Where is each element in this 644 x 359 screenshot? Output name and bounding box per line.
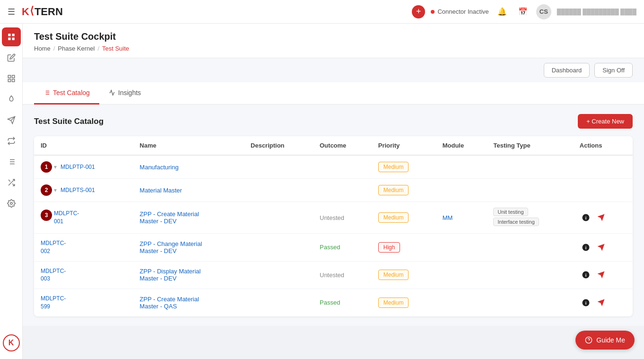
breadcrumb-home[interactable]: Home <box>34 45 51 52</box>
connector-status: Connector Inactive <box>431 8 488 15</box>
outcome-value: Passed <box>320 299 340 306</box>
tab-insights[interactable]: Insights <box>99 82 150 105</box>
row-priority-cell: Medium <box>372 179 436 202</box>
name-link[interactable]: Manufacturing <box>139 164 178 171</box>
row-outcome-cell: Passed <box>313 289 372 316</box>
name-link[interactable]: ZPP - Change MaterialMaster - DEV <box>139 240 202 254</box>
main-content: Test Suite Cockpit Home / Phase Kernel /… <box>23 24 644 326</box>
navbar-right: + Connector Inactive 🔔 📅 CS ██████ █████… <box>412 4 636 19</box>
row-actions-cell: i <box>573 234 633 262</box>
connector-label: Connector Inactive <box>437 8 488 15</box>
row-desc-cell <box>244 234 313 262</box>
avatar[interactable]: CS <box>536 4 551 19</box>
row-name-cell: ZPP - Display MaterialMaster - DEV <box>133 261 244 289</box>
row-desc-cell <box>244 289 313 316</box>
outcome-value: Untested <box>320 214 344 221</box>
row-actions-cell: i <box>573 289 633 316</box>
catalog-title: Test Suite Catalog <box>34 117 104 126</box>
priority-badge: Medium <box>378 212 409 223</box>
svg-rect-1 <box>12 34 14 36</box>
sidebar-item-active[interactable] <box>2 27 21 46</box>
col-outcome: Outcome <box>313 136 372 155</box>
row-desc-cell <box>244 155 313 179</box>
send-icon-button[interactable] <box>595 211 607 224</box>
row-id-cell: MDLPTC-003 <box>34 261 133 289</box>
breadcrumb-phase-kernel[interactable]: Phase Kernel <box>58 45 95 52</box>
row-module-cell <box>436 155 487 179</box>
chevron-icon[interactable]: ▾ <box>54 187 57 193</box>
row-name-cell: Material Master <box>133 179 244 202</box>
row-module-cell <box>436 289 487 316</box>
info-icon-button[interactable]: i <box>580 211 592 224</box>
send-icon-button[interactable] <box>595 269 607 281</box>
row-desc-cell <box>244 261 313 289</box>
sidebar-item-list[interactable] <box>2 152 21 171</box>
info-icon-button[interactable]: i <box>580 241 592 254</box>
content-area: Test Suite Catalog + Create New ID Name … <box>23 105 644 326</box>
tab-insights-label: Insights <box>118 89 141 96</box>
sidebar-item-grid[interactable] <box>2 69 21 88</box>
name-link[interactable]: ZPP - Create MaterialMaster - QAS <box>139 296 199 310</box>
create-new-button[interactable]: + Create New <box>578 114 633 129</box>
send-icon-button[interactable] <box>595 297 607 309</box>
row-testing-cell <box>487 179 573 202</box>
catalog-header: Test Suite Catalog + Create New <box>34 114 633 129</box>
row-testing-cell <box>487 289 573 316</box>
row-testing-cell: Unit testing Interface testing <box>487 202 573 234</box>
priority-badge: Medium <box>378 162 409 172</box>
page-header: Test Suite Cockpit Home / Phase Kernel /… <box>23 24 644 58</box>
table-row: 2 ▾ MDLPTS-001 Material Master Medium <box>34 179 633 202</box>
dashboard-button[interactable]: Dashboard <box>544 63 590 78</box>
tabs-container: Test Catalog Insights <box>23 82 644 105</box>
outcome-value: Untested <box>320 271 344 279</box>
row-priority-cell: Medium <box>372 155 436 179</box>
sidebar-item-flame[interactable] <box>2 90 21 109</box>
notification-button[interactable]: 🔔 <box>495 4 510 19</box>
svg-rect-3 <box>12 38 14 40</box>
sidebar-item-send[interactable] <box>2 111 21 130</box>
name-link[interactable]: Material Master <box>139 187 182 194</box>
id-link[interactable]: MDLPTP-001 <box>61 164 95 170</box>
table-wrapper: ID Name Description Outcome Priority Mod… <box>34 136 633 316</box>
id-link[interactable]: MDLPTS-001 <box>61 187 95 193</box>
info-icon-button[interactable]: i <box>580 297 592 309</box>
outcome-value: Passed <box>320 244 340 251</box>
svg-line-18 <box>9 180 10 182</box>
module-value: MM <box>443 214 453 221</box>
sidebar: K <box>0 24 23 326</box>
calendar-button[interactable]: 📅 <box>515 4 531 19</box>
breadcrumb-test-suite: Test Suite <box>102 45 129 52</box>
sidebar-item-transfer[interactable] <box>2 131 21 150</box>
row-name-cell: Manufacturing <box>133 155 244 179</box>
row-desc-cell <box>244 202 313 234</box>
col-priority: Priority <box>372 136 436 155</box>
row-id-cell: 2 ▾ MDLPTS-001 <box>34 179 133 202</box>
col-module: Module <box>436 136 487 155</box>
tab-test-catalog[interactable]: Test Catalog <box>34 82 99 105</box>
row-name-cell: ZPP - Create MaterialMaster - DEV <box>133 202 244 234</box>
send-icon-button[interactable] <box>595 241 607 254</box>
page-title: Test Suite Cockpit <box>34 31 633 42</box>
svg-rect-0 <box>8 34 10 36</box>
id-link[interactable]: MDLPTC-001 <box>54 210 79 226</box>
row-testing-cell <box>487 155 573 179</box>
sidebar-item-shuffle[interactable] <box>2 173 21 192</box>
id-link[interactable]: MDLPTC-003 <box>41 267 126 283</box>
sign-off-button[interactable]: Sign Off <box>594 63 633 78</box>
row-id-cell: MDLPTC-599 <box>34 289 133 316</box>
name-link[interactable]: ZPP - Create MaterialMaster - DEV <box>139 210 199 225</box>
sidebar-item-settings[interactable] <box>2 194 21 213</box>
row-id-cell: 3 MDLPTC-001 <box>34 202 133 234</box>
add-button[interactable]: + <box>412 5 425 18</box>
hamburger-icon[interactable]: ☰ <box>8 7 15 17</box>
svg-text:i: i <box>585 245 586 250</box>
id-link[interactable]: MDLPTC-599 <box>41 295 126 311</box>
sidebar-item-edit[interactable] <box>2 48 21 67</box>
name-link[interactable]: ZPP - Display MaterialMaster - DEV <box>139 268 200 282</box>
info-icon-button[interactable]: i <box>580 269 592 281</box>
col-description: Description <box>244 136 313 155</box>
testing-type-tag: Unit testing <box>493 208 528 216</box>
chevron-icon[interactable]: ▾ <box>54 164 57 170</box>
id-link[interactable]: MDLPTC-002 <box>41 239 126 255</box>
svg-rect-5 <box>12 75 14 78</box>
